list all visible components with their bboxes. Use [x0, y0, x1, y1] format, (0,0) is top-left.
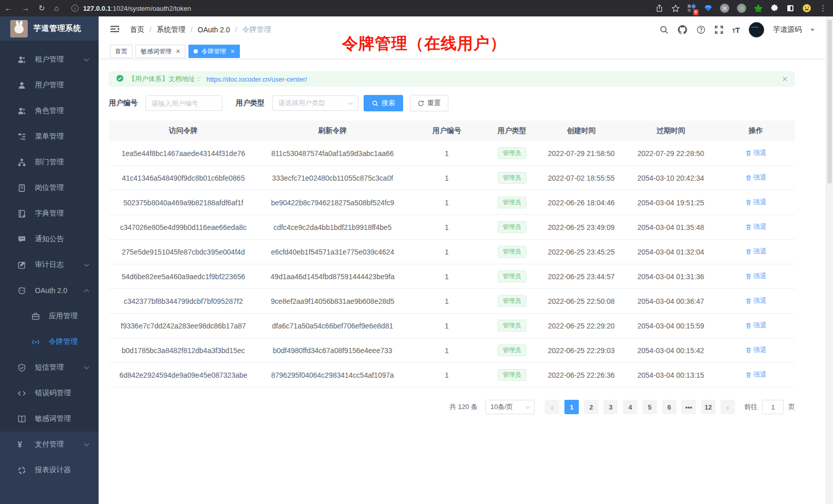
fullscreen-icon[interactable]: [714, 25, 724, 34]
tab-首页[interactable]: 首页: [110, 45, 132, 58]
search-icon[interactable]: [659, 25, 669, 34]
user-id-input[interactable]: [145, 95, 222, 111]
force-logout-button[interactable]: 强退: [745, 222, 767, 231]
force-logout-button[interactable]: 强退: [745, 296, 767, 305]
page-button-6[interactable]: 6: [662, 400, 676, 414]
action-cell: 强退: [717, 272, 795, 281]
force-logout-label: 强退: [753, 345, 767, 355]
create-time-cell: 2022-06-25 23:49:09: [538, 223, 625, 231]
tab-令牌管理[interactable]: 令牌管理✕: [188, 45, 240, 58]
alert-text: 【用户体系】文档地址：: [128, 74, 202, 84]
record-extension-icon[interactable]: [737, 4, 746, 13]
sidebar-item-notice[interactable]: 通知公告: [0, 226, 99, 252]
force-logout-button[interactable]: 强退: [745, 321, 767, 330]
sidebar-collapse-icon[interactable]: [110, 25, 120, 35]
sidebar-item-pay[interactable]: ¥支付管理: [0, 432, 99, 457]
help-icon[interactable]: [696, 25, 706, 34]
column-header: 访问令牌: [109, 126, 258, 135]
font-size-icon[interactable]: TT: [732, 26, 740, 34]
force-logout-button[interactable]: 强退: [745, 247, 767, 256]
chevron-down-icon: [84, 441, 89, 447]
sidebar-item-oauth2-token[interactable]: 令牌管理: [0, 329, 99, 355]
page-button-1[interactable]: 1: [564, 400, 579, 414]
sidebar-item-sms[interactable]: 短信管理: [0, 355, 99, 380]
sidebar-item-user[interactable]: 用户管理: [0, 72, 99, 98]
username[interactable]: 芋道源码: [773, 25, 802, 34]
alert-close-icon[interactable]: ✕: [782, 75, 788, 83]
scrollbar-thumb[interactable]: [827, 20, 832, 184]
app-logo-row[interactable]: 芋道管理系统: [0, 16, 99, 41]
gem-extension-icon[interactable]: [704, 4, 712, 12]
sidebar-item-sensitive-word[interactable]: 敏感词管理: [0, 406, 99, 432]
force-logout-button[interactable]: 强退: [745, 345, 767, 355]
user-type-select[interactable]: 请选择用户类型: [272, 95, 358, 111]
action-cell: 强退: [717, 173, 795, 183]
emoji-extension-icon[interactable]: [802, 4, 811, 13]
avatar[interactable]: [749, 22, 764, 37]
column-header: 创建时间: [538, 126, 625, 135]
user-caret-icon[interactable]: [810, 29, 815, 33]
next-page-button[interactable]: ›: [721, 400, 735, 414]
prev-page-button[interactable]: ‹: [545, 400, 559, 414]
share-icon[interactable]: [655, 4, 664, 12]
alert-doc-link[interactable]: https://doc.iocoder.cn/user-center/: [206, 75, 307, 83]
bookmark-star-icon[interactable]: [671, 4, 680, 13]
reset-button[interactable]: 重置: [410, 95, 448, 111]
breadcrumb-home[interactable]: 首页: [130, 25, 144, 34]
breadcrumb-oauth[interactable]: OAuth 2.0: [198, 26, 230, 34]
sidebar-item-dept[interactable]: 部门管理: [0, 149, 99, 175]
address-bar[interactable]: i 127.0.0.1:1024/system/oauth2/token: [71, 5, 191, 12]
user-id-cell: 1: [407, 371, 486, 379]
tab-敏感词管理[interactable]: 敏感词管理✕: [136, 45, 185, 58]
reader-mode-icon[interactable]: [786, 4, 794, 12]
page-size-select[interactable]: 10条/页: [485, 400, 535, 414]
page-button-2[interactable]: 2: [584, 400, 598, 414]
user-type-tag: 管理员: [498, 320, 526, 331]
sidebar-item-error-code[interactable]: 错误码管理: [0, 380, 99, 406]
sidebar-item-oauth2-app[interactable]: 应用管理: [0, 303, 99, 329]
star-extension-icon[interactable]: [754, 4, 763, 13]
sidebar-item-menu[interactable]: 菜单管理: [0, 124, 99, 149]
force-logout-button[interactable]: 强退: [745, 370, 767, 379]
extension-squares-icon[interactable]: 9: [688, 4, 696, 13]
back-icon[interactable]: ←: [5, 0, 12, 16]
user-type-tag: 管理员: [498, 197, 526, 208]
org-chart-icon: [17, 158, 26, 167]
expire-time-cell: 2054-03-04 01:31:36: [625, 273, 717, 281]
column-header: 用户类型: [486, 126, 538, 135]
sidebar-item-dict[interactable]: 字典管理: [0, 201, 99, 226]
sidebar-item-role[interactable]: 角色管理: [0, 98, 99, 124]
sidebar-item-tenant[interactable]: 租户管理: [0, 47, 99, 72]
search-button[interactable]: 搜索: [364, 95, 403, 111]
tab-close-icon[interactable]: ✕: [230, 48, 235, 55]
forward-icon[interactable]: →: [22, 0, 29, 16]
site-info-icon[interactable]: i: [71, 5, 79, 12]
browser-menu-icon[interactable]: ⋮: [819, 4, 827, 13]
page-scrollbar[interactable]: [826, 16, 833, 504]
page-button-5[interactable]: 5: [642, 400, 657, 414]
goto-page-input[interactable]: [762, 400, 784, 414]
sidebar-item-audit-log[interactable]: 审计日志: [0, 252, 99, 278]
force-logout-label: 强退: [753, 198, 767, 207]
force-logout-button[interactable]: 强退: [745, 198, 767, 207]
tab-close-icon[interactable]: ✕: [176, 48, 180, 55]
force-logout-button[interactable]: 强退: [745, 173, 767, 182]
force-logout-button[interactable]: 强退: [745, 272, 767, 281]
page-button-3[interactable]: 3: [603, 400, 618, 414]
action-cell: 强退: [717, 345, 795, 355]
sidebar-item-report[interactable]: 报表设计器: [0, 457, 99, 483]
puzzle-extension-icon[interactable]: [770, 4, 779, 12]
reload-icon[interactable]: ↻: [39, 0, 45, 16]
breadcrumb-system[interactable]: 系统管理: [157, 25, 185, 34]
force-logout-button[interactable]: 强退: [745, 148, 767, 158]
github-icon[interactable]: [677, 25, 688, 35]
trash-icon: [745, 372, 752, 378]
page-button-4[interactable]: 4: [623, 400, 637, 414]
page-button-12[interactable]: 12: [701, 400, 715, 414]
url-path: :1024/system/oauth2/token: [111, 5, 191, 12]
sidebar-item-post[interactable]: 岗位管理: [0, 175, 99, 201]
command-extension-icon[interactable]: ⌘: [720, 4, 729, 13]
sidebar-item-oauth2[interactable]: OAuth 2.0: [0, 278, 99, 303]
page-ellipsis[interactable]: •••: [681, 400, 696, 414]
home-icon[interactable]: ⌂: [54, 0, 59, 16]
